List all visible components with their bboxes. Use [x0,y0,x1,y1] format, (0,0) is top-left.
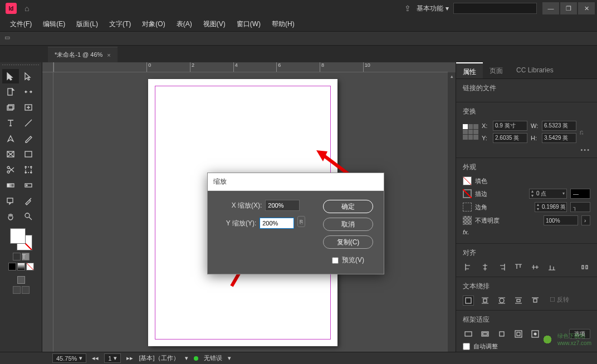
eyedropper-tool[interactable] [20,194,37,208]
fit-fill-icon[interactable] [463,329,474,339]
align-right-icon[interactable] [496,262,507,272]
apply-gradient-icon[interactable] [17,263,25,270]
apply-color-icon[interactable] [8,263,16,270]
preflight-errors[interactable]: 无错误 [204,354,222,362]
transform-w-input[interactable] [542,121,576,131]
menu-window[interactable]: 窗口(W) [231,17,266,31]
window-close-button[interactable]: ✕ [578,2,595,14]
screen-mode-2-icon[interactable] [22,286,30,294]
constrain-proportions-icon[interactable]: ⎌ [580,129,584,135]
tab-pages[interactable]: 页面 [483,62,510,78]
content-placer-tool[interactable] [20,100,37,115]
workspace-switcher[interactable]: 基本功能▾ [417,4,449,13]
transform-x-input[interactable] [493,121,527,131]
cancel-button[interactable]: 取消 [323,218,373,231]
copy-button[interactable]: 复制(C) [323,235,373,249]
control-icon[interactable]: ▭ [4,34,13,43]
close-tab-icon[interactable]: × [107,52,110,58]
horizontal-ruler[interactable]: 0 2 4 6 8 10 [53,62,448,72]
align-left-icon[interactable] [463,262,474,272]
type-tool[interactable] [2,116,19,130]
wrap-column-icon[interactable] [530,296,541,306]
document-tab[interactable]: *未命名-1 @ 46% × [48,47,118,62]
canvas[interactable]: 0 2 4 6 8 10 ▴ 缩放 X 缩放(X): [42,62,456,352]
scissors-tool[interactable] [2,163,19,177]
distribute-icon[interactable] [579,262,590,272]
hand-tool[interactable] [2,209,19,224]
gradient-swatch-tool[interactable] [2,178,19,193]
gradient-feather-tool[interactable] [20,178,37,193]
vertical-ruler[interactable] [42,72,53,352]
stroke-swatch-icon[interactable] [463,189,472,198]
menu-edit[interactable]: 编辑(E) [37,17,71,31]
pen-tool[interactable] [2,131,19,146]
window-minimize-button[interactable]: — [542,2,559,14]
tab-properties[interactable]: 属性 [456,62,483,78]
fill-swatch-icon[interactable] [463,176,472,185]
align-hcenter-icon[interactable] [479,262,491,272]
scale-y-input[interactable] [260,218,294,229]
preview-checkbox[interactable]: 预览(V) [332,255,364,265]
content-collector-tool[interactable] [2,100,19,115]
page-tool[interactable] [2,85,19,99]
rectangle-tool[interactable] [20,147,37,161]
fit-proportional-icon[interactable] [479,329,491,339]
rectangle-frame-tool[interactable] [2,147,19,161]
view-mode-normal-icon[interactable] [17,276,25,284]
corner-radius-stepper[interactable]: ▴▾ [535,202,567,212]
reference-point-grid[interactable] [463,124,478,140]
align-top-icon[interactable] [513,262,524,272]
home-icon[interactable]: ⌂ [25,4,29,13]
ok-button[interactable]: 确定 [323,200,373,213]
apply-container-icon[interactable] [13,253,21,260]
menu-type[interactable]: 文字(T) [104,17,136,31]
menu-layout[interactable]: 版面(L) [71,17,104,31]
transform-y-input[interactable] [493,133,527,143]
selection-tool[interactable] [2,69,19,83]
wrap-none-icon[interactable] [463,296,474,306]
wrap-shape-icon[interactable] [496,296,507,306]
scale-x-input[interactable] [265,200,300,211]
tab-cc-libraries[interactable]: CC Libraries [510,62,560,78]
menu-object[interactable]: 对象(O) [136,17,170,31]
align-vcenter-icon[interactable] [530,262,541,272]
page-next-icon[interactable]: ▸▸ [126,355,133,362]
transform-more-icon[interactable]: ••• [463,146,590,153]
note-tool[interactable] [2,194,19,208]
opacity-more[interactable]: › [581,215,590,225]
stroke-weight-stepper[interactable]: ▴▾ ▾ [529,189,567,199]
apply-text-icon[interactable]: T [22,253,30,260]
fx-icon[interactable]: fx. [463,229,469,235]
fill-stroke-swatch[interactable] [10,228,32,250]
line-tool[interactable] [20,116,37,130]
fit-content-icon[interactable] [496,329,507,339]
gap-tool[interactable] [20,85,37,99]
zoom-field[interactable]: 45.75% ▾ [52,353,86,363]
window-maximize-button[interactable]: ❐ [560,2,577,14]
direct-selection-tool[interactable] [20,69,37,83]
corner-shape-dropdown[interactable]: ┐ [570,202,590,212]
preflight-profile[interactable]: [基本]（工作） [139,354,179,362]
page-prev-icon[interactable]: ◂◂ [92,355,99,362]
fit-frame-icon[interactable] [513,329,524,339]
pencil-tool[interactable] [20,131,37,146]
zoom-tool[interactable] [20,209,37,224]
menu-help[interactable]: 帮助(H) [266,17,300,31]
share-icon[interactable]: ⇪ [404,4,411,13]
opacity-input[interactable] [544,215,578,225]
search-input[interactable] [453,3,537,14]
menu-view[interactable]: 视图(V) [198,17,231,31]
menu-file[interactable]: 文件(F) [4,17,37,31]
apply-none-icon[interactable] [26,263,34,270]
page-field[interactable]: 1 ▾ [104,353,121,363]
vertical-scrollbar[interactable]: ▴ [448,72,456,352]
screen-mode-1-icon[interactable] [13,286,21,294]
stroke-style-dropdown[interactable]: — [570,189,590,199]
ruler-origin[interactable] [42,62,53,72]
wrap-jump-icon[interactable] [513,296,524,306]
align-bottom-icon[interactable] [546,262,557,272]
wrap-bounding-icon[interactable] [479,296,491,306]
transform-h-input[interactable] [542,133,576,143]
free-transform-tool[interactable] [20,163,37,177]
constrain-link-icon[interactable]: ⎘ [297,216,305,227]
